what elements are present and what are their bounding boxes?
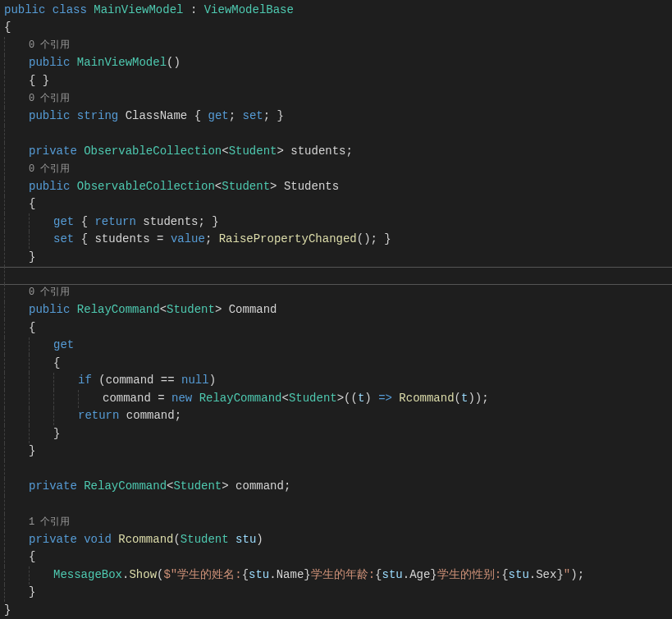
codelens-line[interactable]: 1 个引用 [4,514,672,532]
code-line[interactable]: public class MainViewModel : ViewModelBa… [4,2,672,20]
code-line[interactable]: { [4,20,672,38]
code-line[interactable]: { [4,319,672,337]
code-line[interactable]: public ObservableCollection<Student> Stu… [4,178,672,196]
codelens-references[interactable]: 0 个引用 [29,91,70,107]
code-line[interactable]: set { students = value; RaisePropertyCha… [4,232,672,250]
code-line[interactable]: get [4,337,672,355]
blank-line[interactable] [4,461,672,479]
blank-line[interactable] [4,496,672,514]
codelens-references[interactable]: 0 个引用 [29,162,70,177]
code-line[interactable]: MessageBox.Show($"学生的姓名:{stu.Name}学生的年龄:… [4,566,672,585]
code-line[interactable]: private ObservableCollection<Student> st… [4,143,672,161]
code-editor[interactable]: public class MainViewModel : ViewModelBa… [0,0,672,619]
code-line[interactable]: { } [4,72,672,90]
blank-line[interactable] [4,267,672,285]
code-line[interactable]: public RelayCommand<Student> Command [4,302,672,320]
blank-line[interactable] [4,126,672,144]
code-line[interactable]: } [4,443,672,461]
codelens-references[interactable]: 1 个引用 [29,515,70,530]
code-line[interactable]: { [4,549,672,567]
codelens-references[interactable]: 0 个引用 [29,285,70,300]
code-line[interactable]: { [4,355,672,373]
code-line[interactable]: } [4,585,672,603]
codelens-line[interactable]: 0 个引用 [4,284,672,302]
code-line[interactable]: if (command == null) [4,373,672,391]
code-line[interactable]: get { return students; } [4,213,672,232]
code-line[interactable]: } [4,425,672,443]
code-line[interactable]: public string ClassName { get; set; } [4,108,672,126]
code-line[interactable]: { [4,196,672,214]
code-line[interactable]: command = new RelayCommand<Student>((t) … [4,390,672,408]
code-line[interactable]: private RelayCommand<Student> command; [4,479,672,497]
codelens-line[interactable]: 0 个引用 [4,161,672,179]
code-line[interactable]: } [4,249,672,267]
codelens-line[interactable]: 0 个引用 [4,37,672,55]
codelens-line[interactable]: 0 个引用 [4,90,672,108]
code-line[interactable]: return command; [4,408,672,426]
code-line[interactable]: public MainViewModel() [4,55,672,73]
code-line[interactable]: } [4,602,672,619]
codelens-references[interactable]: 0 个引用 [29,38,70,53]
code-line[interactable]: private void Rcommand(Student stu) [4,531,672,549]
